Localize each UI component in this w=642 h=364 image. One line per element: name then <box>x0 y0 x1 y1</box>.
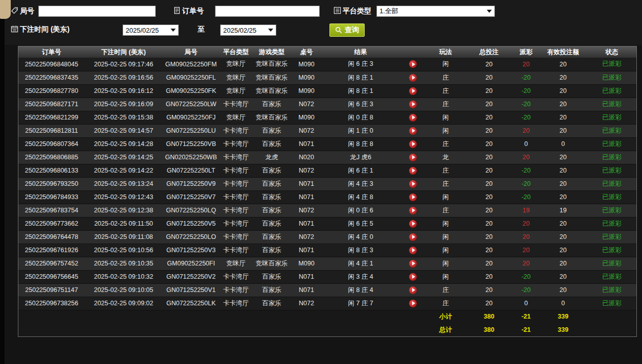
cell-result: 闲 6 庄 3 <box>322 98 399 111</box>
cell-play-icon <box>399 98 426 111</box>
cell-valid-bet: 20 <box>539 71 587 84</box>
play-triangle-icon <box>412 248 415 252</box>
cell-order-number: 250225096757452 <box>18 257 85 270</box>
date-from-select[interactable]: 2025/02/25 <box>123 25 179 36</box>
cell-play-type: 闲 <box>426 111 465 124</box>
cell-order-number: 250225096827780 <box>18 84 85 98</box>
play-icon[interactable] <box>409 260 417 268</box>
grand-total-payout: -21 <box>513 323 539 336</box>
play-icon[interactable] <box>409 247 417 254</box>
filter-bar: 局号 订单号 平台类型 1.全部 <box>5 0 642 45</box>
cell-status: 已派彩 <box>587 84 636 98</box>
play-icon[interactable] <box>409 220 417 228</box>
platform-type-select[interactable]: 1.全部 <box>376 6 495 17</box>
grand-total-row: 总计380-21339 <box>18 323 636 336</box>
cell-round-number: GN071252250V9 <box>162 177 220 190</box>
cell-payout: 20 <box>513 124 539 137</box>
cell-status: 已派彩 <box>587 217 636 230</box>
cell-play-icon <box>399 257 426 270</box>
play-triangle-icon <box>412 142 415 146</box>
cell-valid-bet: 20 <box>539 190 587 204</box>
cell-table-number: N072 <box>291 124 322 137</box>
cell-game-type: 竞咪百家乐 <box>252 111 291 124</box>
cell-play-type: 闲 <box>426 58 465 71</box>
cell-game-type: 百家乐 <box>252 217 291 230</box>
cell-platform-type: 卡卡湾厅 <box>220 244 252 257</box>
cell-play-icon <box>399 137 426 151</box>
play-icon[interactable] <box>409 127 417 135</box>
play-icon[interactable] <box>409 207 417 214</box>
play-icon[interactable] <box>409 167 417 175</box>
table-header-row: 订单号下注时间 (美东)局号平台类型游戏类型桌号结果玩法总投注派彩有效投注额状态 <box>18 46 636 58</box>
cell-play-icon <box>399 151 426 164</box>
cell-platform-type: 卡卡湾厅 <box>220 177 252 190</box>
play-icon[interactable] <box>409 140 417 148</box>
cell-bet-time: 2025-02-25 09:10:56 <box>85 244 162 257</box>
play-icon[interactable] <box>409 193 417 201</box>
cell-play-icon <box>399 71 426 84</box>
cell-table-number: M090 <box>291 71 322 84</box>
cell-round-number: GN071252250V3 <box>162 244 220 257</box>
cell-bet-time: 2025-02-25 09:10:05 <box>85 283 162 297</box>
cell-total-bet: 20 <box>465 124 513 137</box>
cell-total-bet: 20 <box>465 71 513 84</box>
cell-order-number: 250225096793250 <box>18 177 85 190</box>
subtotal-spacer <box>399 310 426 323</box>
play-icon[interactable] <box>409 60 417 68</box>
cell-status: 已派彩 <box>587 204 636 217</box>
cell-order-number: 250225096773662 <box>18 217 85 230</box>
cell-payout: 0 <box>513 297 539 310</box>
column-header: 局号 <box>162 46 220 58</box>
play-triangle-icon <box>412 102 415 106</box>
cell-round-number: GM090252250FL <box>162 71 220 84</box>
play-icon[interactable] <box>409 87 417 95</box>
table-row: 2502250968374352025-02-25 09:16:56GM0902… <box>18 71 636 84</box>
table-row: 2502250967566452025-02-25 09:10:32GN0712… <box>18 270 636 283</box>
cell-round-number: GN071252250V1 <box>162 283 220 297</box>
column-header: 结果 <box>322 46 399 58</box>
column-header: 桌号 <box>291 46 322 58</box>
cell-total-bet: 20 <box>465 283 513 297</box>
cell-valid-bet: 20 <box>539 177 587 190</box>
cell-status: 已派彩 <box>587 71 636 84</box>
column-header: 玩法 <box>426 46 465 58</box>
play-icon[interactable] <box>409 114 417 122</box>
play-icon[interactable] <box>409 180 417 188</box>
cell-play-type: 庄 <box>426 177 465 190</box>
calendar-icon <box>11 25 18 33</box>
cell-payout: 20 <box>513 151 539 164</box>
cell-platform-type: 卡卡湾厅 <box>220 270 252 283</box>
cell-total-bet: 20 <box>465 270 513 283</box>
cell-total-bet: 20 <box>465 244 513 257</box>
cell-round-number: GN072252250LT <box>162 164 220 177</box>
cell-round-number: GN071252250V2 <box>162 270 220 283</box>
cell-valid-bet: 20 <box>539 151 587 164</box>
cell-result: 闲 0 庄 6 <box>322 204 399 217</box>
round-number-input[interactable] <box>38 6 156 17</box>
cell-play-icon <box>399 58 426 71</box>
cell-play-type: 闲 <box>426 190 465 204</box>
cell-payout: -20 <box>513 71 539 84</box>
cell-order-number: 250225096807364 <box>18 137 85 151</box>
cell-bet-time: 2025-02-25 09:10:35 <box>85 257 162 270</box>
date-to-select[interactable]: 2025/02/25 <box>220 25 276 36</box>
play-icon[interactable] <box>409 154 417 161</box>
cell-platform-type: 卡卡湾厅 <box>220 283 252 297</box>
play-icon[interactable] <box>409 74 417 82</box>
round-number-label: 局号 <box>20 7 34 16</box>
cell-status: 已派彩 <box>587 164 636 177</box>
play-icon[interactable] <box>409 233 417 241</box>
order-number-input[interactable] <box>215 6 320 17</box>
play-triangle-icon <box>412 76 415 80</box>
play-icon[interactable] <box>409 273 417 281</box>
cell-table-number: N072 <box>291 204 322 217</box>
play-icon[interactable] <box>409 286 417 294</box>
query-button[interactable]: 查询 <box>329 23 365 37</box>
table-row: 2502250967644782025-02-25 09:11:08GN0722… <box>18 230 636 244</box>
cell-play-type: 庄 <box>426 71 465 84</box>
cell-payout: 20 <box>513 58 539 71</box>
cell-table-number: N072 <box>291 230 322 244</box>
play-icon[interactable] <box>409 300 417 307</box>
cell-payout: -20 <box>513 164 539 177</box>
play-icon[interactable] <box>409 101 417 108</box>
